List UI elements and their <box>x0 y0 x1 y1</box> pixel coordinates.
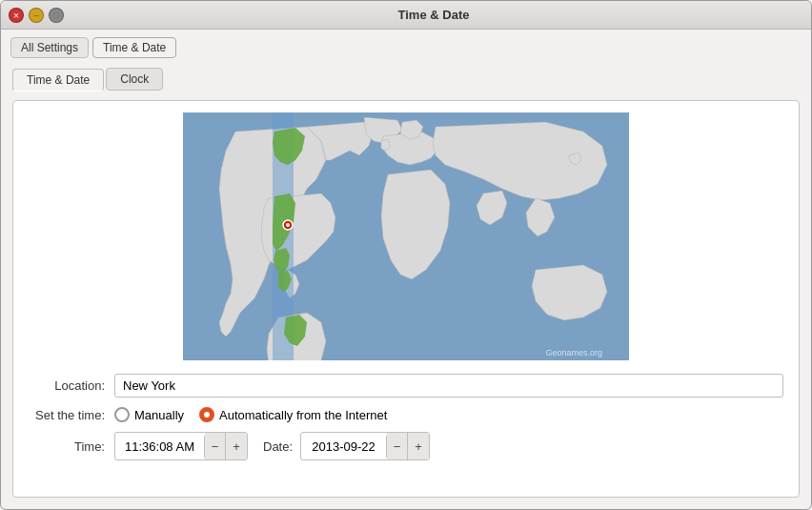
date-decrement-button[interactable]: − <box>387 433 408 459</box>
window-controls: × − □ <box>9 8 64 23</box>
time-increment-button[interactable]: + <box>226 433 247 459</box>
window: × − □ Time & Date All Settings Time & Da… <box>0 0 812 510</box>
radio-manually-button[interactable] <box>114 407 130 422</box>
minimize-button[interactable]: − <box>29 8 44 23</box>
svg-point-2 <box>286 223 290 227</box>
location-pin <box>283 220 293 230</box>
radio-auto-option[interactable]: Automatically from the Internet <box>199 407 387 422</box>
radio-manually-option[interactable]: Manually <box>114 407 184 422</box>
all-settings-button[interactable]: All Settings <box>10 37 89 58</box>
radio-group: Manually Automatically from the Internet <box>114 407 387 422</box>
date-spinbox: 2013-09-22 − + <box>300 432 430 460</box>
tab-time-date[interactable]: Time & Date <box>12 69 104 92</box>
world-map[interactable]: Geonames.org <box>183 112 629 360</box>
map-container[interactable]: Geonames.org <box>29 112 783 360</box>
maximize-button[interactable]: □ <box>49 8 64 23</box>
set-time-row: Set the time: Manually Automatically fro… <box>29 407 783 422</box>
location-label: Location: <box>29 378 114 393</box>
set-time-label: Set the time: <box>29 408 114 422</box>
radio-auto-label: Automatically from the Internet <box>219 408 387 422</box>
titlebar: × − □ Time & Date <box>1 1 811 30</box>
radio-auto-button[interactable] <box>199 407 214 422</box>
main-panel: Geonames.org Location: Set the time: Man… <box>12 100 800 498</box>
time-label: Time: <box>29 439 114 454</box>
time-date-breadcrumb-button[interactable]: Time & Date <box>92 37 176 58</box>
location-input[interactable] <box>114 374 783 398</box>
breadcrumb: All Settings Time & Date <box>1 30 811 62</box>
radio-manually-label: Manually <box>134 408 184 422</box>
content-area: Time & Date Clock <box>1 62 811 509</box>
tab-clock[interactable]: Clock <box>106 68 163 91</box>
map-attribution: Geonames.org <box>545 348 602 357</box>
location-row: Location: <box>29 374 783 398</box>
date-value: 2013-09-22 <box>301 436 387 458</box>
window-title: Time & Date <box>64 8 803 22</box>
date-increment-button[interactable]: + <box>408 433 429 459</box>
date-label: Date: <box>263 439 293 454</box>
time-decrement-button[interactable]: − <box>205 433 226 459</box>
time-value: 11:36:08 AM <box>115 436 205 458</box>
time-spinbox: 11:36:08 AM − + <box>114 432 248 460</box>
close-button[interactable]: × <box>9 8 24 23</box>
time-date-row: Time: 11:36:08 AM − + Date: 2013-09-22 −… <box>29 432 783 460</box>
tab-bar: Time & Date Clock <box>12 68 800 91</box>
